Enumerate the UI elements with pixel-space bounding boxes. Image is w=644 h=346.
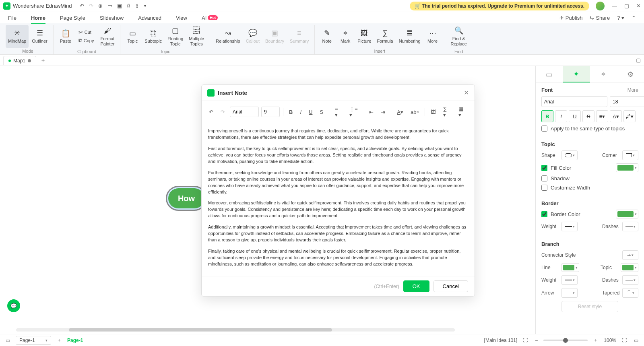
formula-button[interactable]: ∑Formula	[374, 25, 395, 48]
share-button[interactable]: ⇆Share	[590, 15, 610, 21]
note-italic-button[interactable]: I	[297, 107, 304, 117]
connector-style-select[interactable]: ⇢▾	[622, 250, 638, 260]
assistant-fab-button[interactable]: 💬	[7, 299, 20, 312]
tab-slideshow[interactable]: Slideshow	[100, 13, 124, 23]
note-redo-button[interactable]: ↷	[218, 107, 227, 117]
note-font-color-button[interactable]: A ▾	[394, 107, 406, 117]
highlight-button[interactable]: 🖍▾	[623, 110, 636, 122]
trial-banner[interactable]: 🛒 The trial period has expired. Upgrade …	[410, 2, 589, 10]
font-color-button[interactable]: A▾	[610, 110, 622, 122]
zoom-in-button[interactable]: ＋	[592, 337, 600, 344]
sb-outline-icon[interactable]: ▭	[4, 338, 12, 343]
panel-tab-style[interactable]: ▭	[536, 66, 563, 82]
font-size-select[interactable]	[610, 96, 644, 107]
callout-button[interactable]: 💬Callout	[244, 25, 262, 48]
strike-button[interactable]: S	[582, 110, 594, 122]
branch-arrow-select[interactable]: ▾	[561, 288, 578, 298]
print-icon[interactable]: ⎙	[127, 3, 130, 9]
add-tab-button[interactable]: ＋	[40, 57, 46, 64]
cut-button[interactable]: ✂Cut	[77, 29, 96, 36]
boundary-button[interactable]: ▣Boundary	[263, 25, 287, 48]
align-button[interactable]: ≡▾	[596, 110, 608, 122]
note-list-button[interactable]: ⋮≡ ▾	[347, 104, 364, 119]
add-page-button[interactable]: ＋	[55, 337, 63, 344]
panel-tab-format[interactable]: ✦	[563, 66, 590, 82]
cancel-button[interactable]: Cancel	[433, 280, 468, 292]
fit-width-icon[interactable]: ⛶	[521, 338, 529, 343]
note-font-family-select[interactable]	[230, 107, 259, 117]
branch-line-color[interactable]: ▾	[561, 263, 579, 272]
note-strike-button[interactable]: S	[317, 107, 326, 117]
ok-button[interactable]: OK	[403, 280, 429, 292]
publish-button[interactable]: ✈Publish	[559, 15, 583, 21]
page-selector[interactable]: Page-1▾	[16, 336, 51, 345]
more-insert-button[interactable]: ⋯More	[424, 25, 442, 48]
note-undo-button[interactable]: ↶	[206, 107, 216, 117]
tab-page-style[interactable]: Page Style	[60, 13, 85, 23]
minimize-icon[interactable]: —	[612, 3, 617, 9]
panel-tab-settings[interactable]: ⚙	[617, 66, 644, 82]
note-bold-button[interactable]: B	[287, 107, 295, 117]
doc-tab-map1[interactable]: Map1	[3, 56, 36, 65]
note-clear-format-button[interactable]: ab×	[408, 107, 421, 117]
topic-button[interactable]: ▭Topic	[124, 25, 141, 48]
zoom-out-button[interactable]: −	[533, 338, 539, 343]
note-insert-table-button[interactable]: ▦ ▾	[456, 104, 470, 119]
bold-button[interactable]: B	[541, 110, 553, 122]
note-indent-button[interactable]: ⇥	[378, 107, 388, 117]
note-text-area[interactable]: Improving oneself is a continuous journe…	[202, 123, 475, 276]
panel-tab-icon[interactable]: ⌖	[590, 66, 617, 82]
multiple-topics-button[interactable]: ⿳Multiple Topics	[186, 25, 206, 48]
new-icon[interactable]: ⊕	[98, 3, 103, 9]
note-underline-button[interactable]: U	[306, 107, 315, 117]
font-more-link[interactable]: More	[627, 87, 638, 93]
undo-icon[interactable]: ↶	[80, 3, 84, 9]
branch-weight-select[interactable]: ▾	[561, 275, 578, 285]
mark-button[interactable]: ⌖Mark	[336, 25, 354, 48]
tab-advanced[interactable]: Advanced	[138, 13, 161, 23]
border-color-picker[interactable]: ▾	[616, 210, 638, 218]
sb-collapse-icon[interactable]: ▭	[632, 338, 640, 343]
note-insert-formula-button[interactable]: ∑ ▾	[441, 104, 454, 119]
fullscreen-icon[interactable]: ⛶	[620, 338, 628, 343]
floating-topic-button[interactable]: ▢Floating Topic	[165, 25, 186, 48]
corner-select[interactable]: ▾	[622, 150, 638, 160]
italic-button[interactable]: I	[555, 110, 567, 122]
fill-color-checkbox[interactable]: Fill Color	[541, 165, 571, 171]
paste-button[interactable]: 📋Paste	[57, 25, 74, 48]
collapse-ribbon-icon[interactable]: ⌃	[632, 15, 636, 21]
tab-view[interactable]: View	[176, 13, 187, 23]
maximize-icon[interactable]: ▢	[624, 3, 629, 9]
close-icon[interactable]: ✕	[636, 3, 641, 9]
summary-button[interactable]: ≡Summary	[287, 25, 311, 48]
central-topic-node[interactable]: How	[168, 188, 204, 208]
shape-select[interactable]: ▾	[561, 150, 578, 160]
mindmap-button[interactable]: ✳MindMap	[6, 25, 29, 48]
note-button[interactable]: ✎Note	[318, 25, 336, 48]
help-button[interactable]: ? ▾	[617, 15, 624, 21]
copy-button[interactable]: ⧉Copy	[77, 37, 96, 45]
outliner-button[interactable]: ☰Outliner	[29, 25, 50, 48]
fill-color-picker[interactable]: ▾	[616, 163, 638, 172]
subtopic-button[interactable]: ⿻Subtopic	[142, 25, 164, 48]
open-icon[interactable]: ▭	[107, 3, 112, 9]
save-icon[interactable]: ▣	[117, 3, 122, 9]
note-outdent-button[interactable]: ⇤	[367, 107, 376, 117]
reset-style-button[interactable]: Reset style	[561, 301, 618, 312]
branch-topic-color[interactable]: ▾	[621, 263, 638, 272]
customize-width-checkbox[interactable]: Customize Width	[541, 185, 638, 191]
note-insert-image-button[interactable]: 🖼	[428, 107, 438, 117]
branch-dashes-select[interactable]: ▾	[622, 275, 638, 285]
qat-dropdown-icon[interactable]: ▾	[144, 4, 146, 8]
branch-tapered-select[interactable]: ⌒▾	[622, 288, 638, 298]
note-font-size-select[interactable]	[261, 107, 280, 117]
numbering-button[interactable]: ≣Numbering	[396, 25, 423, 48]
relationship-button[interactable]: ↝Relationship	[213, 25, 243, 48]
user-avatar[interactable]	[596, 2, 605, 10]
apply-same-type-checkbox[interactable]: Apply to the same type of topics	[541, 126, 638, 132]
scrollbar-thumb[interactable]	[69, 328, 332, 332]
zoom-slider-knob[interactable]	[563, 338, 568, 343]
format-painter-button[interactable]: 🖌Format Painter	[98, 25, 117, 48]
tab-file[interactable]: File	[8, 13, 17, 23]
border-color-checkbox[interactable]: Border Color	[541, 211, 580, 217]
